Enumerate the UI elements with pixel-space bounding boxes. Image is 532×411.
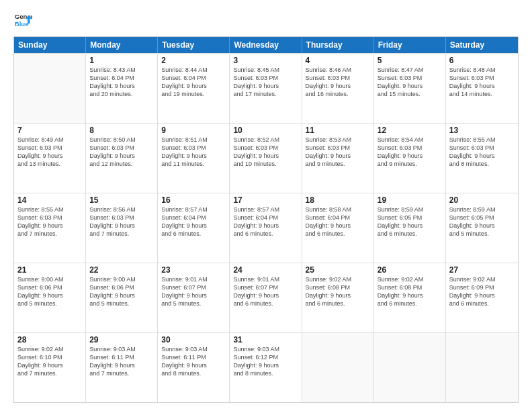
cell-info: Sunrise: 8:55 AMSunset: 6:03 PMDaylight:… (17, 205, 82, 238)
cell-info: Sunrise: 8:50 AMSunset: 6:03 PMDaylight:… (89, 136, 154, 169)
cell-info: Sunrise: 8:57 AMSunset: 6:04 PMDaylight:… (161, 205, 226, 238)
cell-date: 29 (89, 335, 154, 345)
cal-cell-0-3: 3Sunrise: 8:45 AMSunset: 6:03 PMDaylight… (230, 54, 302, 123)
cal-cell-4-4 (302, 333, 374, 402)
cell-info: Sunrise: 8:56 AMSunset: 6:03 PMDaylight:… (89, 205, 154, 238)
cal-cell-0-0 (14, 54, 86, 123)
cal-cell-4-5 (374, 333, 446, 402)
cell-info: Sunrise: 8:59 AMSunset: 6:05 PMDaylight:… (378, 205, 442, 238)
cell-date: 24 (233, 265, 298, 275)
weekday-header-sunday: Sunday (14, 37, 86, 53)
cell-date: 27 (449, 265, 515, 275)
cal-cell-3-3: 24Sunrise: 9:01 AMSunset: 6:07 PMDayligh… (230, 263, 302, 332)
calendar-row-1: 7Sunrise: 8:49 AMSunset: 6:03 PMDaylight… (14, 123, 518, 193)
cell-date: 15 (89, 195, 154, 205)
cal-cell-1-1: 8Sunrise: 8:50 AMSunset: 6:03 PMDaylight… (86, 124, 158, 193)
cell-info: Sunrise: 8:45 AMSunset: 6:03 PMDaylight:… (233, 66, 298, 99)
weekday-header-saturday: Saturday (446, 37, 518, 53)
cell-date: 8 (89, 126, 154, 135)
cal-cell-3-5: 26Sunrise: 9:02 AMSunset: 6:08 PMDayligh… (374, 263, 446, 332)
svg-text:Blue: Blue (15, 20, 29, 28)
cell-date: 17 (233, 195, 298, 205)
calendar-body: 1Sunrise: 8:43 AMSunset: 6:04 PMDaylight… (14, 53, 518, 402)
cell-info: Sunrise: 9:01 AMSunset: 6:07 PMDaylight:… (233, 275, 298, 308)
cell-date: 5 (378, 56, 442, 65)
cal-cell-0-1: 1Sunrise: 8:43 AMSunset: 6:04 PMDaylight… (86, 54, 158, 123)
cell-info: Sunrise: 9:01 AMSunset: 6:07 PMDaylight:… (161, 275, 226, 308)
calendar-row-0: 1Sunrise: 8:43 AMSunset: 6:04 PMDaylight… (14, 53, 518, 123)
cal-cell-3-0: 21Sunrise: 9:00 AMSunset: 6:06 PMDayligh… (14, 263, 86, 332)
cal-cell-2-3: 17Sunrise: 8:57 AMSunset: 6:04 PMDayligh… (230, 193, 302, 263)
cell-info: Sunrise: 8:57 AMSunset: 6:04 PMDaylight:… (233, 205, 298, 238)
cal-cell-0-4: 4Sunrise: 8:46 AMSunset: 6:03 PMDaylight… (302, 54, 374, 123)
cell-info: Sunrise: 8:53 AMSunset: 6:03 PMDaylight:… (306, 136, 370, 169)
cell-date: 26 (378, 265, 442, 275)
cell-date: 22 (89, 265, 154, 275)
cell-date: 21 (17, 265, 82, 275)
cell-date: 25 (306, 265, 370, 275)
cell-info: Sunrise: 8:47 AMSunset: 6:03 PMDaylight:… (378, 66, 442, 99)
cell-date: 30 (161, 335, 226, 345)
calendar: SundayMondayTuesdayWednesdayThursdayFrid… (13, 36, 519, 403)
cell-date: 3 (233, 56, 298, 65)
cell-info: Sunrise: 8:52 AMSunset: 6:03 PMDaylight:… (233, 136, 298, 169)
cell-date: 14 (17, 195, 82, 205)
cell-date: 11 (306, 126, 370, 135)
cell-date: 1 (89, 56, 154, 65)
cell-date: 23 (161, 265, 226, 275)
cal-cell-2-6: 20Sunrise: 8:59 AMSunset: 6:05 PMDayligh… (446, 193, 518, 263)
cell-date: 19 (378, 195, 442, 205)
cell-date: 18 (306, 195, 370, 205)
cell-info: Sunrise: 8:58 AMSunset: 6:04 PMDaylight:… (306, 205, 370, 238)
cal-cell-4-1: 29Sunrise: 9:03 AMSunset: 6:11 PMDayligh… (86, 333, 158, 402)
cal-cell-4-0: 28Sunrise: 9:02 AMSunset: 6:10 PMDayligh… (14, 333, 86, 402)
cal-cell-2-1: 15Sunrise: 8:56 AMSunset: 6:03 PMDayligh… (86, 193, 158, 263)
logo: General Blue (13, 11, 32, 30)
cell-date: 2 (161, 56, 226, 65)
cell-date: 7 (17, 126, 82, 135)
weekday-header-monday: Monday (86, 37, 158, 53)
cell-info: Sunrise: 8:46 AMSunset: 6:03 PMDaylight:… (306, 66, 370, 99)
cell-info: Sunrise: 8:55 AMSunset: 6:03 PMDaylight:… (449, 136, 515, 169)
cell-info: Sunrise: 8:54 AMSunset: 6:03 PMDaylight:… (378, 136, 442, 169)
cal-cell-3-6: 27Sunrise: 9:02 AMSunset: 6:09 PMDayligh… (446, 263, 518, 332)
cal-cell-3-4: 25Sunrise: 9:02 AMSunset: 6:08 PMDayligh… (302, 263, 374, 332)
cal-cell-1-6: 13Sunrise: 8:55 AMSunset: 6:03 PMDayligh… (446, 124, 518, 193)
cell-info: Sunrise: 8:43 AMSunset: 6:04 PMDaylight:… (89, 66, 154, 99)
cell-info: Sunrise: 9:02 AMSunset: 6:09 PMDaylight:… (449, 275, 515, 308)
cal-cell-1-0: 7Sunrise: 8:49 AMSunset: 6:03 PMDaylight… (14, 124, 86, 193)
cell-date: 9 (161, 126, 226, 135)
cell-date: 6 (449, 56, 515, 65)
cal-cell-3-2: 23Sunrise: 9:01 AMSunset: 6:07 PMDayligh… (158, 263, 230, 332)
cell-info: Sunrise: 9:03 AMSunset: 6:11 PMDaylight:… (161, 345, 226, 378)
cell-info: Sunrise: 9:02 AMSunset: 6:08 PMDaylight:… (378, 275, 442, 308)
cell-info: Sunrise: 8:49 AMSunset: 6:03 PMDaylight:… (17, 136, 82, 169)
cell-date: 28 (17, 335, 82, 345)
cell-info: Sunrise: 9:00 AMSunset: 6:06 PMDaylight:… (89, 275, 154, 308)
cal-cell-2-0: 14Sunrise: 8:55 AMSunset: 6:03 PMDayligh… (14, 193, 86, 263)
weekday-header-wednesday: Wednesday (230, 37, 302, 53)
cal-cell-4-3: 31Sunrise: 9:03 AMSunset: 6:12 PMDayligh… (230, 333, 302, 402)
cal-cell-0-6: 6Sunrise: 8:48 AMSunset: 6:03 PMDaylight… (446, 54, 518, 123)
logo-icon: General Blue (13, 11, 32, 30)
cell-date: 4 (306, 56, 370, 65)
header: General Blue (13, 11, 519, 30)
cal-cell-2-2: 16Sunrise: 8:57 AMSunset: 6:04 PMDayligh… (158, 193, 230, 263)
cal-cell-2-5: 19Sunrise: 8:59 AMSunset: 6:05 PMDayligh… (374, 193, 446, 263)
cal-cell-1-4: 11Sunrise: 8:53 AMSunset: 6:03 PMDayligh… (302, 124, 374, 193)
cell-date: 10 (233, 126, 298, 135)
cal-cell-1-5: 12Sunrise: 8:54 AMSunset: 6:03 PMDayligh… (374, 124, 446, 193)
cell-info: Sunrise: 8:51 AMSunset: 6:03 PMDaylight:… (161, 136, 226, 169)
cell-date: 13 (449, 126, 515, 135)
weekday-header-thursday: Thursday (302, 37, 374, 53)
cal-cell-2-4: 18Sunrise: 8:58 AMSunset: 6:04 PMDayligh… (302, 193, 374, 263)
cell-info: Sunrise: 9:03 AMSunset: 6:12 PMDaylight:… (233, 345, 298, 378)
cell-date: 20 (449, 195, 515, 205)
cell-date: 16 (161, 195, 226, 205)
cell-info: Sunrise: 9:03 AMSunset: 6:11 PMDaylight:… (89, 345, 154, 378)
cell-date: 31 (233, 335, 298, 345)
cell-info: Sunrise: 9:00 AMSunset: 6:06 PMDaylight:… (17, 275, 82, 308)
cal-cell-1-2: 9Sunrise: 8:51 AMSunset: 6:03 PMDaylight… (158, 124, 230, 193)
cell-info: Sunrise: 8:44 AMSunset: 6:04 PMDaylight:… (161, 66, 226, 99)
page: General Blue SundayMondayTuesdayWednesda… (0, 0, 532, 411)
